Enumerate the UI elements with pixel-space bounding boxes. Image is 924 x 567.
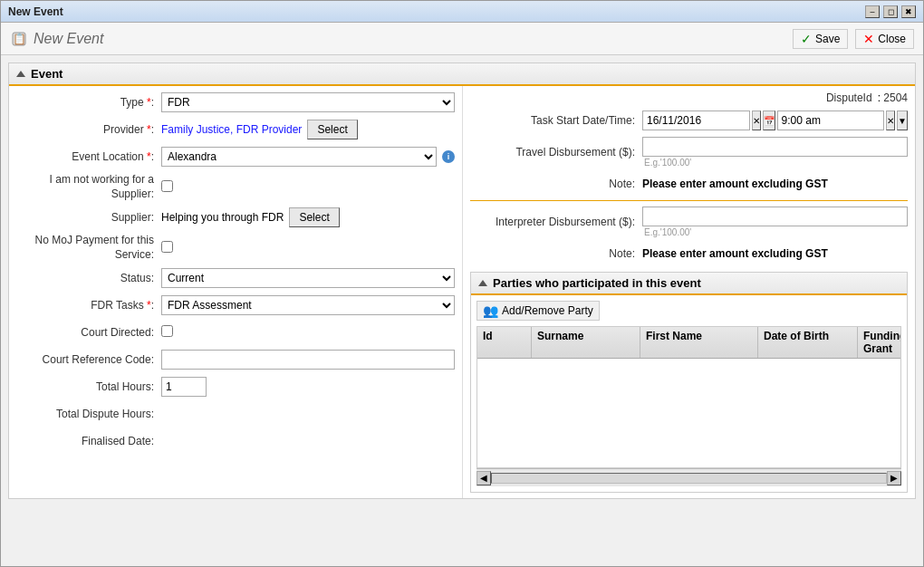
total-hours-row: Total Hours: [16,376,455,398]
task-start-label: Task Start Date/Time: [470,114,642,127]
toolbar-buttons: ✓ Save ✕ Close [793,29,914,49]
total-dispute-hours-label: Total Dispute Hours: [16,408,161,420]
interpreter-disbursement-row: Interpreter Disbursement ($): E.g.'100.0… [470,207,908,237]
interpreter-note-row: Note: Please enter amount excluding GST [470,243,908,264]
travel-disbursement-input[interactable] [642,137,908,157]
fdr-tasks-select[interactable]: FDR Assessment [161,295,455,315]
type-row: Type *: FDR [16,91,455,113]
left-column: Type *: FDR Provider *: [9,86,462,498]
court-directed-row: Court Directed: [16,322,455,343]
table-header: Id Surname First Name Date of Birth Fund… [477,327,900,359]
fdr-tasks-label: FDR Tasks *: [16,299,161,312]
finalised-date-label: Finalised Date: [16,435,161,447]
interpreter-disbursement-label: Interpreter Disbursement ($): [470,216,642,228]
task-start-time-input[interactable] [777,111,885,130]
main-content: Event Type *: FDR [1,55,923,566]
court-reference-input[interactable] [161,350,455,370]
supplier-select-button[interactable]: Select [289,207,339,227]
main-window: New Event – ◻ ✖ 📋 New Event ✓ Save ✕ [0,0,924,567]
provider-value: Family Justice, FDR Provider [161,123,302,136]
type-control: FDR [161,92,455,112]
maximize-button[interactable]: ✖ [901,5,916,18]
horizontal-scrollbar[interactable]: ◀ ▶ [476,468,901,486]
add-remove-party-button[interactable]: 👥 Add/Remove Party [476,301,600,321]
court-reference-label: Court Reference Code: [16,353,161,366]
scroll-left-button[interactable]: ◀ [476,471,491,485]
court-directed-label: Court Directed: [16,326,161,339]
event-location-control: Alexandra i [161,147,455,167]
divider [470,200,908,201]
not-working-checkbox[interactable] [161,180,173,192]
provider-control: Family Justice, FDR Provider Select [161,120,455,139]
supplier-row: Supplier: Helping you through FDR Select [16,207,455,228]
parties-section-title: Parties who participated in this event [493,276,701,290]
finalised-date-row: Finalised Date: [16,430,455,452]
event-location-select[interactable]: Alexandra [161,147,437,167]
no-moj-checkbox[interactable] [161,241,173,253]
dispute-id-row: DisputeId: 2504 [470,91,908,104]
close-label: Close [878,33,906,45]
interpreter-note-control: Please enter amount excluding GST [642,247,908,260]
status-control: Current [161,268,455,288]
supplier-value: Helping you through FDR [161,211,284,224]
toolbar-title: New Event [34,31,103,47]
fdr-tasks-row: FDR Tasks *: FDR Assessment [16,294,455,316]
dispute-id-value: 2504 [883,91,908,104]
status-row: Status: Current [16,267,455,289]
parties-collapse-icon[interactable] [478,280,487,286]
col-funding: Funding Grant [858,327,901,358]
event-section-title: Event [31,67,63,81]
window-controls: – ◻ ✖ [865,5,916,18]
scroll-right-button[interactable]: ▶ [887,471,901,485]
parties-table: Id Surname First Name Date of Birth Fund… [476,326,901,468]
interpreter-disbursement-control: E.g.'100.00' [642,207,908,237]
interpreter-note-text: Please enter amount excluding GST [642,247,828,260]
save-label: Save [815,33,840,45]
not-working-control [161,180,455,195]
window-title: New Event [8,5,63,18]
total-hours-label: Total Hours: [16,380,161,393]
restore-button[interactable]: ◻ [883,5,898,18]
title-bar: New Event – ◻ ✖ [1,1,923,23]
add-party-label: Add/Remove Party [502,304,593,317]
minimize-button[interactable]: – [865,5,880,18]
travel-disbursement-row: Travel Disbursement ($): E.g.'100.00' [470,137,908,168]
event-location-label: Event Location *: [16,150,161,163]
court-directed-checkbox[interactable] [161,325,173,337]
info-icon[interactable]: i [442,150,455,163]
court-directed-control [161,325,455,340]
travel-note-row: Note: Please enter amount excluding GST [470,173,908,195]
travel-disbursement-label: Travel Disbursement ($): [470,146,642,159]
not-working-row: I am not working for aSupplier: [16,173,455,201]
close-button[interactable]: ✕ Close [855,29,914,49]
close-icon: ✕ [863,32,874,46]
clear-date-button[interactable]: ✕ [752,111,761,130]
event-section: Event Type *: FDR [8,62,916,499]
save-icon: ✓ [801,32,812,46]
no-moj-row: No MoJ Payment for thisService: [16,234,455,262]
collapse-icon[interactable] [16,71,25,77]
interpreter-disbursement-input[interactable] [642,207,908,226]
status-select[interactable]: Current [161,268,455,288]
event-section-header: Event [9,63,915,86]
interpreter-note-label: Note: [470,247,642,260]
total-hours-input[interactable] [161,377,207,397]
supplier-control: Helping you through FDR Select [161,207,455,227]
task-start-date-input[interactable] [642,111,750,130]
clear-time-button[interactable]: ✕ [886,111,895,130]
court-reference-row: Court Reference Code: [16,349,455,370]
save-button[interactable]: ✓ Save [793,29,848,49]
parties-content: 👥 Add/Remove Party Id Surname First Name… [471,295,907,492]
not-working-label: I am not working for aSupplier: [16,173,161,201]
travel-note-label: Note: [470,178,642,190]
time-dropdown-button[interactable]: ▼ [897,111,908,130]
calendar-button[interactable]: 📅 [763,111,775,130]
task-start-control: ✕ 📅 ✕ ▼ [642,111,908,130]
right-column: DisputeId: 2504 Task Start Date/Time: ✕ … [462,86,915,498]
event-form: Type *: FDR Provider *: [9,86,915,498]
provider-select-button[interactable]: Select [307,120,357,139]
col-dob: Date of Birth [758,327,858,358]
type-select[interactable]: FDR [161,92,455,112]
court-reference-control [161,350,455,370]
scroll-track[interactable] [491,473,887,484]
